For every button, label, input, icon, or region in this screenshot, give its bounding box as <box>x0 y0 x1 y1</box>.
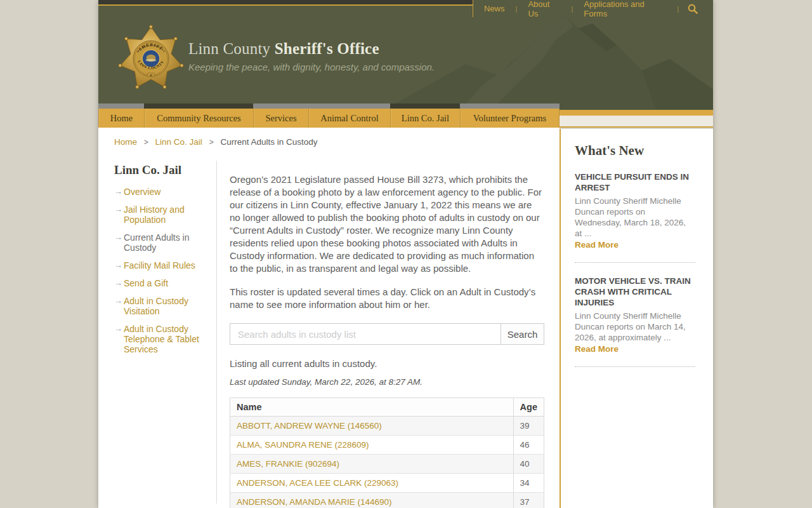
listing-text: Listing all current adults in custody. <box>230 358 544 369</box>
roster-search-input[interactable] <box>230 323 501 345</box>
column-header-age: Age <box>513 398 544 417</box>
site-title-prefix: Linn County <box>188 40 270 57</box>
breadcrumb-separator: > <box>209 138 214 147</box>
news-divider <box>575 366 695 367</box>
nav-item-home[interactable]: Home <box>99 109 145 128</box>
adult-name-link[interactable]: ANDERSON, ACEA LEE CLARK (229063) <box>237 478 398 488</box>
nav-item-volunteer-programs[interactable]: Volunteer Programs <box>461 109 560 128</box>
arrow-icon: → <box>114 232 124 253</box>
utility-nav: News | About Us | Applications and Forms… <box>473 0 713 17</box>
last-updated-text: Last updated Sunday, March 22, 2026, at … <box>230 377 544 387</box>
site-column: News | About Us | Applications and Forms… <box>98 0 713 508</box>
nav-item-linn-co-jail[interactable]: Linn Co. Jail <box>391 109 461 128</box>
read-more-link[interactable]: Read More <box>575 240 619 250</box>
sheriff-badge-logo: MICHELLE DUNCAN SHERIFF LINN COUNTY 41 <box>117 23 185 90</box>
roster-search: Search <box>230 323 544 345</box>
sidebar-link-overview[interactable]: Overview <box>124 187 205 197</box>
page: News | About Us | Applications and Forms… <box>0 0 812 508</box>
table-row: ALMA, SAUNDRA RENE (228609) 46 <box>230 436 544 455</box>
arrow-icon: → <box>114 324 124 354</box>
whats-new-panel: What's New VEHICLE PURSUIT ENDS IN ARRES… <box>560 129 713 508</box>
right-gold-band <box>560 110 713 116</box>
news-item: MOTOR VEHICLE VS. TRAIN CRASH WITH CRITI… <box>575 276 695 354</box>
intro-paragraph: Oregon’s 2021 Legislature passed House B… <box>230 173 544 275</box>
topnav-link-about-us[interactable]: About Us <box>517 0 571 18</box>
sidebar-link-send-gift[interactable]: Send a Gift <box>124 278 205 288</box>
badge-number: 41 <box>150 74 152 77</box>
sidebar-link-telephone-tablet[interactable]: Adult in Custody Telephone & Tablet Serv… <box>124 324 205 354</box>
sidebar-item-current-adults: → Current Adults in Custody <box>114 232 209 253</box>
sidebar-item-overview: → Overview <box>114 187 209 197</box>
adult-name-link[interactable]: ANDERSON, AMANDA MARIE (144690) <box>237 497 392 507</box>
adult-name-link[interactable]: AMES, FRANKIE (902694) <box>237 459 339 469</box>
custody-roster-table: Name Age ABBOTT, ANDREW WAYNE (146560) 3… <box>230 398 544 508</box>
table-row: ANDERSON, AMANDA MARIE (144690) 37 <box>230 493 544 508</box>
main-nav: Home Community Resources Services Animal… <box>98 109 560 128</box>
nav-top-strip <box>98 104 560 109</box>
breadcrumb-linn-co-jail[interactable]: Linn Co. Jail <box>155 137 202 147</box>
main-column: Oregon’s 2021 Legislature passed House B… <box>230 128 544 508</box>
news-title-link[interactable]: MOTOR VEHICLE VS. TRAIN CRASH WITH CRITI… <box>575 276 691 307</box>
adult-age: 40 <box>513 455 544 474</box>
site-title-bold: Sheriff's Office <box>275 40 379 57</box>
site-title: Linn County Sheriff's Office <box>188 40 435 58</box>
news-excerpt: Linn County Sheriff Michelle Duncan repo… <box>575 311 692 343</box>
topnav-link-applications-forms[interactable]: Applications and Forms <box>573 0 677 18</box>
sidebar-item-send-gift: → Send a Gift <box>114 278 209 288</box>
news-divider <box>575 262 695 263</box>
adult-age: 34 <box>513 474 544 493</box>
arrow-icon: → <box>114 187 124 197</box>
site-tagline: Keeping the peace, with dignity, honesty… <box>188 62 435 72</box>
sidebar-link-facility-mail[interactable]: Facility Mail Rules <box>124 260 205 271</box>
sidebar-item-visitation: → Adult in Custody Visitation <box>114 296 209 316</box>
roster-search-button[interactable]: Search <box>501 323 544 345</box>
search-icon[interactable] <box>688 4 698 14</box>
site-header: News | About Us | Applications and Forms… <box>98 0 713 110</box>
sidebar-item-facility-mail: → Facility Mail Rules <box>114 260 209 271</box>
breadcrumb-home[interactable]: Home <box>114 137 137 147</box>
table-header-row: Name Age <box>230 398 544 417</box>
adult-age: 46 <box>513 436 544 455</box>
nav-strip-segment <box>390 104 460 109</box>
nav-item-community-resources[interactable]: Community Resources <box>145 109 254 128</box>
topnav-separator: | <box>677 5 679 13</box>
arrow-icon: → <box>114 260 124 271</box>
arrow-icon: → <box>114 204 124 225</box>
arrow-icon: → <box>114 296 124 316</box>
jail-sidebar-menu: Linn Co. Jail → Overview → Jail History … <box>114 163 209 362</box>
top-accent-bar <box>98 0 473 6</box>
whats-new-title: What's New <box>575 143 695 159</box>
content-area: Home > Linn Co. Jail > Current Adults in… <box>98 128 560 508</box>
sidebar-item-telephone-tablet: → Adult in Custody Telephone & Tablet Se… <box>114 324 209 354</box>
content-divider <box>216 161 217 504</box>
nav-item-animal-control[interactable]: Animal Control <box>309 109 391 128</box>
nav-strip-segment <box>144 104 253 109</box>
table-row: ABBOTT, ANDREW WAYNE (146560) 39 <box>230 417 544 436</box>
arrow-icon: → <box>114 278 124 288</box>
adult-age: 39 <box>513 417 544 436</box>
table-row: AMES, FRANKIE (902694) 40 <box>230 455 544 474</box>
topnav-link-news[interactable]: News <box>473 4 516 13</box>
news-excerpt: Linn County Sheriff Michelle Duncan repo… <box>575 196 692 239</box>
read-more-link[interactable]: Read More <box>575 344 619 354</box>
adult-name-link[interactable]: ALMA, SAUNDRA RENE (228609) <box>237 440 369 450</box>
adult-name-link[interactable]: ABBOTT, ANDREW WAYNE (146560) <box>237 421 382 431</box>
sidebar-link-current-adults[interactable]: Current Adults in Custody <box>124 232 205 253</box>
nav-item-services[interactable]: Services <box>254 109 309 128</box>
column-header-name: Name <box>230 398 514 417</box>
sidebar-item-jail-history: → Jail History and Population <box>114 204 209 225</box>
sidebar-link-visitation[interactable]: Adult in Custody Visitation <box>124 296 205 316</box>
table-row: ANDERSON, ACEA LEE CLARK (229063) 34 <box>230 474 544 493</box>
breadcrumb-separator: > <box>144 138 148 147</box>
sidebar-title: Linn Co. Jail <box>114 163 209 177</box>
adult-age: 37 <box>513 493 544 508</box>
sidebar-link-jail-history[interactable]: Jail History and Population <box>124 204 205 225</box>
roster-note: This roster is updated several times a d… <box>230 286 544 311</box>
news-item: VEHICLE PURSUIT ENDS IN ARREST Linn Coun… <box>575 171 695 250</box>
site-brand: Linn County Sheriff's Office Keeping the… <box>188 40 435 72</box>
news-title-link[interactable]: VEHICLE PURSUIT ENDS IN ARREST <box>575 172 689 192</box>
right-beige-band <box>560 116 713 128</box>
